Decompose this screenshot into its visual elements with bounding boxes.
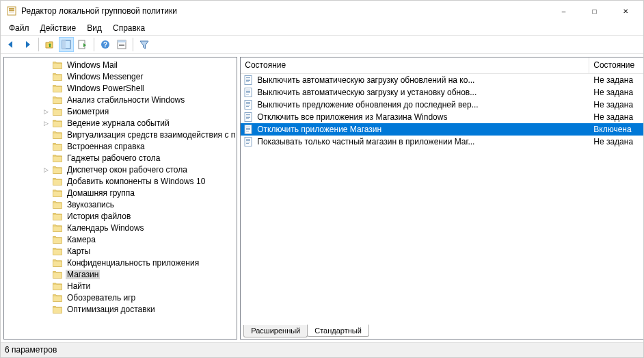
menu-file[interactable]: Файл [3, 22, 35, 34]
tab-standard[interactable]: Стандартный [307, 324, 369, 337]
tree-item[interactable]: Виртуализация средств взаимодействия с п [4, 129, 237, 140]
tree-item-label: Обозреватель игр [66, 293, 137, 303]
tree-item[interactable]: Windows Messenger [4, 71, 237, 82]
policy-row[interactable]: Выключить автоматическую загрузку и уста… [241, 86, 644, 99]
svg-rect-10 [118, 40, 126, 42]
tree-item[interactable]: Календарь Windows [4, 222, 237, 233]
menu-help[interactable]: Справка [107, 22, 150, 34]
help-button[interactable]: ? [98, 37, 113, 52]
svg-rect-21 [246, 92, 250, 93]
tree-item[interactable]: Встроенная справка [4, 140, 237, 152]
tree-item-label: Windows Mail [66, 60, 119, 70]
folder-icon [52, 141, 63, 152]
tree-item-label: Биометрия [66, 107, 110, 116]
titlebar: Редактор локальной групповой политики – … [1, 1, 643, 21]
tree-item[interactable]: Звукозапись [4, 199, 237, 210]
svg-rect-30 [246, 116, 250, 116]
folder-icon [52, 60, 63, 71]
tree-item[interactable]: Найти [4, 280, 237, 292]
tree-item[interactable]: Гаджеты рабочего стола [4, 152, 237, 164]
cell-setting: Отключить все приложения из Магазина Win… [257, 112, 589, 122]
tree-item-label: История файлов [66, 212, 132, 221]
column-setting[interactable]: Состояние [241, 57, 589, 73]
svg-rect-24 [246, 102, 250, 103]
tree-item[interactable]: Windows Mail [4, 59, 237, 71]
tree-pane: Windows MailWindows MessengerWindows Pow… [3, 57, 237, 340]
tree-item-label: Оптимизация доставки [66, 305, 157, 314]
svg-rect-37 [246, 131, 249, 131]
tree-item[interactable]: Оптимизация доставки [4, 303, 237, 315]
svg-rect-40 [246, 140, 250, 141]
cell-setting: Выключить автоматическую загрузку обновл… [257, 75, 589, 85]
svg-rect-36 [246, 129, 250, 130]
close-button[interactable]: ✕ [610, 1, 641, 21]
svg-rect-14 [246, 77, 250, 78]
cell-state: Не задана [589, 112, 644, 122]
back-button[interactable] [3, 37, 18, 52]
toolbar-separator [133, 38, 133, 51]
policy-row[interactable]: Отключить приложение МагазинВключенаНет [241, 123, 644, 136]
list-view[interactable]: Выключить автоматическую загрузку обновл… [241, 74, 644, 312]
cell-state: Не задана [589, 100, 644, 110]
properties-button[interactable] [114, 37, 129, 52]
tree-item[interactable]: Домашняя группа [4, 187, 237, 199]
tree-item[interactable]: Карты [4, 245, 237, 257]
svg-rect-25 [246, 103, 250, 104]
chevron-right-icon[interactable]: ▷ [42, 107, 50, 116]
folder-icon [52, 257, 63, 268]
cell-state: Не задана [589, 75, 644, 85]
tab-extended[interactable]: Расширенный [243, 325, 308, 337]
svg-rect-12 [119, 45, 124, 46]
toolbar-separator [38, 38, 39, 51]
svg-rect-31 [246, 117, 250, 118]
svg-rect-32 [246, 118, 249, 119]
policy-row[interactable]: Выключить автоматическую загрузку обновл… [241, 74, 644, 86]
policy-row[interactable]: Выключить предложение обновления до посл… [241, 99, 644, 111]
svg-rect-22 [246, 94, 249, 94]
show-tree-button[interactable] [59, 37, 74, 52]
svg-rect-20 [246, 91, 250, 92]
export-list-button[interactable] [75, 37, 90, 52]
chevron-right-icon[interactable]: ▷ [42, 119, 50, 127]
folder-icon [52, 211, 63, 222]
tree-item[interactable]: ▷Биометрия [4, 105, 237, 117]
menu-view[interactable]: Вид [81, 22, 107, 34]
tree-item[interactable]: Добавить компоненты в Windows 10 [4, 175, 237, 187]
folder-icon [52, 71, 63, 82]
minimize-button[interactable]: – [548, 1, 579, 21]
tree-item[interactable]: Обозреватель игр [4, 292, 237, 303]
cell-setting: Показывать только частный магазин в прил… [257, 137, 589, 146]
list-horizontal-scrollbar[interactable] [241, 312, 644, 324]
status-text: 6 параметров [5, 345, 57, 355]
tree-item-label: Карты [66, 246, 92, 256]
policy-icon [243, 136, 254, 147]
column-state[interactable]: Состояние [589, 57, 644, 73]
tree-item[interactable]: ▷Ведение журнала событий [4, 117, 237, 129]
chevron-right-icon[interactable]: ▷ [42, 166, 50, 174]
policy-row[interactable]: Показывать только частный магазин в прил… [241, 136, 644, 148]
folder-icon [52, 222, 63, 233]
tree-item[interactable]: Конфиденциальность приложения [4, 257, 237, 268]
tree-item[interactable]: ▷Диспетчер окон рабочего стола [4, 164, 237, 175]
app-icon [6, 5, 17, 16]
tree-item[interactable]: Магазин [4, 268, 237, 280]
tree-item[interactable]: Windows PowerShell [4, 82, 237, 94]
tree-item[interactable]: История файлов [4, 210, 237, 222]
tree-item[interactable]: Камера [4, 233, 237, 245]
tree-item-label: Windows Messenger [66, 72, 144, 81]
policy-row[interactable]: Отключить все приложения из Магазина Win… [241, 111, 644, 123]
filter-button[interactable] [137, 37, 152, 52]
list-area: Состояние Состояние Коммента Выключить а… [241, 57, 644, 324]
policy-icon [243, 112, 254, 123]
folder-icon [52, 292, 63, 303]
maximize-button[interactable]: □ [579, 1, 610, 21]
tree-view[interactable]: Windows MailWindows MessengerWindows Pow… [4, 57, 237, 339]
menu-action[interactable]: Действие [35, 22, 82, 34]
tree-item[interactable]: Анализ стабильности Windows [4, 94, 237, 105]
up-folder-button[interactable] [42, 37, 57, 52]
cell-setting: Отключить приложение Магазин [257, 125, 589, 134]
tree-item-label: Windows PowerShell [66, 84, 146, 93]
cell-state: Не задана [589, 88, 644, 97]
svg-rect-41 [246, 142, 250, 142]
forward-button[interactable] [20, 37, 35, 52]
